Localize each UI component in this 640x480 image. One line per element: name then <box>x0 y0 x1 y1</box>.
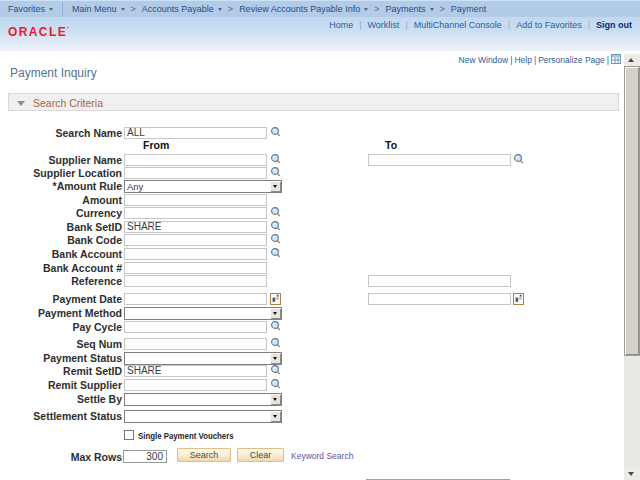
bank-account-lookup-icon[interactable] <box>270 247 282 260</box>
supplier-name-to-input[interactable] <box>368 154 511 166</box>
dropdown-arrow-icon[interactable] <box>270 353 281 364</box>
max-rows-label: Max Rows <box>0 451 122 464</box>
bank-account-num-input[interactable] <box>124 262 267 274</box>
max-rows-input[interactable]: 300 <box>123 450 167 463</box>
amount-label: Amount <box>0 194 122 207</box>
payment-date-label: Payment Date <box>0 293 122 306</box>
payment-method-label: Payment Method <box>0 307 122 320</box>
payment-date-calendar-icon[interactable] <box>270 293 282 306</box>
bank-setid-lookup-icon[interactable] <box>270 220 282 233</box>
settle-by-select[interactable] <box>124 393 282 406</box>
vertical-scrollbar[interactable] <box>624 54 640 480</box>
bank-account-num-label: Bank Account # <box>0 262 122 275</box>
amount-rule-select[interactable]: Any <box>124 180 282 193</box>
scroll-down-button[interactable] <box>624 467 640 480</box>
scroll-up-arrow-icon <box>628 58 634 62</box>
scrollbar-thumb[interactable] <box>624 66 640 356</box>
dropdown-arrow-icon[interactable] <box>270 308 281 319</box>
seq-num-lookup-icon[interactable] <box>270 337 282 350</box>
bank-code-input[interactable] <box>124 234 267 246</box>
bank-code-lookup-icon[interactable] <box>270 233 282 246</box>
supplier-name-lookup-icon[interactable] <box>270 153 282 166</box>
single-payment-vouchers-label: Single Payment Vouchers <box>138 431 234 442</box>
currency-lookup-icon[interactable] <box>270 206 282 219</box>
remit-supplier-lookup-icon[interactable] <box>270 378 282 391</box>
supplier-location-lookup-icon[interactable] <box>270 166 282 179</box>
single-payment-vouchers-checkbox[interactable] <box>124 430 134 440</box>
bank-account-label: Bank Account <box>0 248 122 261</box>
currency-label: Currency <box>0 207 122 220</box>
search-button[interactable]: Search <box>177 448 231 462</box>
search-name-input[interactable]: ALL <box>124 127 267 139</box>
scroll-down-arrow-icon <box>628 472 634 476</box>
settlement-status-select[interactable] <box>124 410 282 423</box>
remit-setid-input[interactable]: SHARE <box>124 365 267 377</box>
bank-account-input[interactable] <box>124 248 267 260</box>
amount-input[interactable] <box>124 194 267 206</box>
seq-num-input[interactable] <box>124 338 267 350</box>
column-header-from: From <box>143 139 169 151</box>
reference-to-input[interactable] <box>368 275 511 287</box>
supplier-name-input[interactable] <box>124 154 267 166</box>
remit-setid-lookup-icon[interactable] <box>270 364 282 377</box>
bank-code-label: Bank Code <box>0 234 122 247</box>
settlement-status-label: Settlement Status <box>0 410 122 423</box>
remit-supplier-label: Remit Supplier <box>0 379 122 392</box>
reference-input[interactable] <box>124 275 267 287</box>
payment-date-to-calendar-icon[interactable] <box>513 293 525 306</box>
supplier-name-to-lookup-icon[interactable] <box>513 153 525 166</box>
supplier-location-input[interactable] <box>124 167 267 179</box>
clear-button[interactable]: Clear <box>237 448 284 462</box>
pay-cycle-label: Pay Cycle <box>0 321 122 334</box>
pay-cycle-input[interactable] <box>124 321 267 333</box>
search-criteria-form: Search NameALLSupplier NameSupplier Loca… <box>0 0 640 480</box>
column-header-to: To <box>385 139 397 151</box>
payment-method-select[interactable] <box>124 307 282 320</box>
keyword-search-link[interactable]: Keyword Search <box>291 451 353 462</box>
payment-date-to-input[interactable] <box>368 293 511 305</box>
supplier-name-label: Supplier Name <box>0 154 122 167</box>
bank-setid-input[interactable]: SHARE <box>124 221 267 233</box>
settle-by-label: Settle By <box>0 393 122 406</box>
amount-rule-label: *Amount Rule <box>0 180 122 193</box>
currency-input[interactable] <box>124 207 267 219</box>
remit-setid-label: Remit SetID <box>0 365 122 378</box>
dropdown-arrow-icon[interactable] <box>270 411 281 422</box>
reference-label: Reference <box>0 275 122 288</box>
dropdown-arrow-icon[interactable] <box>270 394 281 405</box>
supplier-location-label: Supplier Location <box>0 167 122 180</box>
search-name-lookup-icon[interactable] <box>270 126 282 139</box>
payment-date-input[interactable] <box>124 293 267 305</box>
search-name-label: Search Name <box>0 127 122 140</box>
seq-num-label: Seq Num <box>0 338 122 351</box>
payment-status-select[interactable] <box>124 352 282 365</box>
payment-status-label: Payment Status <box>0 352 122 365</box>
remit-supplier-input[interactable] <box>124 379 267 391</box>
bank-setid-label: Bank SetID <box>0 221 122 234</box>
dropdown-arrow-icon[interactable] <box>270 181 281 192</box>
pay-cycle-lookup-icon[interactable] <box>270 320 282 333</box>
